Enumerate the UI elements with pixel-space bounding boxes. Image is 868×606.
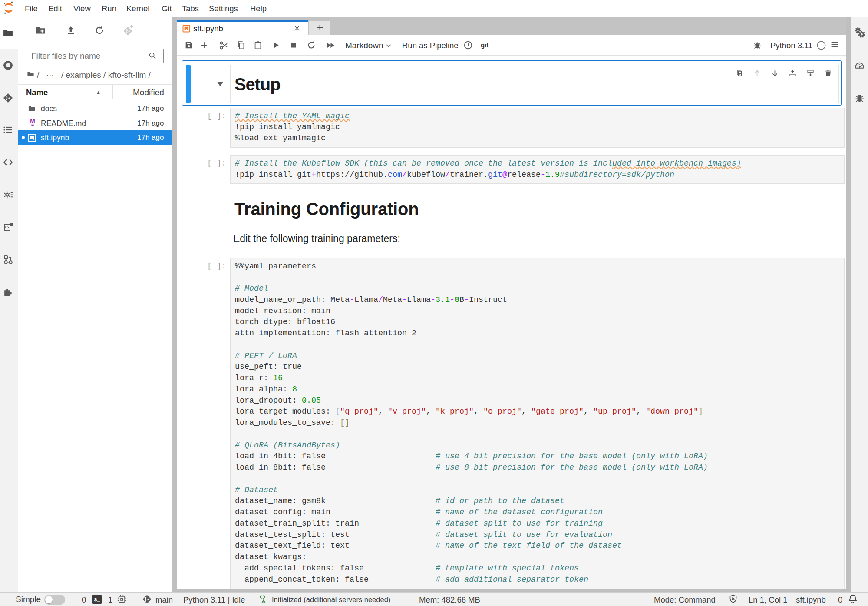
- svg-text:M: M: [30, 118, 35, 125]
- svg-text:$_: $_: [94, 597, 100, 603]
